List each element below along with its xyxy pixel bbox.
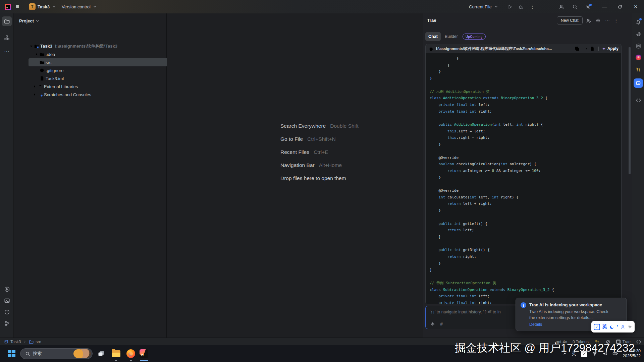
code-line: @Override: [430, 155, 617, 161]
tree-row-scratches-and-consoles[interactable]: Scratches and Consoles: [29, 90, 178, 99]
new-chat-button[interactable]: New Chat: [557, 16, 583, 24]
new-file-icon[interactable]: [590, 46, 595, 52]
terminal-icon: [4, 298, 10, 304]
ime-settings-icon[interactable]: [628, 324, 632, 329]
project-widget[interactable]: T Task3: [29, 0, 56, 13]
community-button[interactable]: [586, 17, 592, 23]
info-icon: i: [521, 302, 526, 308]
ai-assistant-button[interactable]: [635, 31, 641, 37]
plugin-orb-button[interactable]: [635, 54, 641, 60]
run-config-selector[interactable]: Current File: [469, 0, 498, 13]
tree-row-src[interactable]: src: [29, 58, 178, 66]
editor-empty-state: Search EverywhereDouble ShiftGo to FileC…: [167, 13, 423, 338]
context-button[interactable]: #: [438, 321, 444, 327]
ime-account-icon[interactable]: [620, 324, 625, 329]
tab-chat[interactable]: Chat: [425, 32, 441, 41]
code-line: }: [430, 68, 617, 75]
main-menu-button[interactable]: ≡: [16, 0, 19, 13]
insert-diff-icon[interactable]: [582, 46, 588, 52]
chevron-right-icon[interactable]: [32, 84, 37, 89]
file-icon: [39, 76, 45, 81]
scrollbar[interactable]: [629, 47, 631, 174]
maximize-button[interactable]: [612, 0, 628, 13]
copy-icon[interactable]: [574, 46, 580, 52]
tree-row-task3[interactable]: Task3I:\assignments\软件构造\Task3: [29, 42, 178, 50]
ime-toolbar[interactable]: ✓ 英 ’: [591, 321, 635, 333]
shortcut-hint-row: Drop files here to open them: [280, 175, 346, 181]
more-tools-button[interactable]: ···: [2, 46, 12, 56]
breadcrumb[interactable]: Task3 src: [4, 338, 41, 346]
code-icon[interactable]: [636, 339, 641, 345]
trae-settings-button[interactable]: [595, 17, 601, 23]
commands-button[interactable]: [430, 321, 436, 327]
code-block[interactable]: } } }} // 示例 AdditionOperation 类class Ad…: [426, 53, 621, 304]
trae-panel: Trae New Chat ··· ⋮ — Chat Builder UpCom…: [423, 13, 632, 338]
trae-options-button[interactable]: ⋮: [613, 17, 619, 23]
firefox-button[interactable]: [126, 345, 136, 362]
breadcrumb-folder[interactable]: src: [36, 340, 41, 344]
structure-tool-button[interactable]: [2, 33, 12, 43]
close-button[interactable]: ✕: [628, 0, 643, 13]
tree-row--gitignore[interactable]: .gitignore: [29, 66, 178, 74]
details-link[interactable]: Details: [529, 322, 542, 327]
file-path: I:\assignments\软件构造\程序源代码\源程序\Task2\src\…: [436, 46, 552, 51]
project-panel-title: Project: [19, 18, 34, 23]
breadcrumb-project[interactable]: Task3: [10, 340, 21, 344]
moon-icon[interactable]: [609, 324, 614, 329]
settings-button[interactable]: [585, 0, 591, 13]
code-tool-button[interactable]: [635, 97, 641, 103]
vcs-widget[interactable]: Version control: [62, 0, 97, 13]
search-highlight-image[interactable]: [73, 349, 91, 358]
trae-hide-button[interactable]: —: [621, 17, 627, 23]
database-button[interactable]: [635, 43, 641, 49]
trae-more-button[interactable]: ···: [604, 17, 610, 23]
debug-button[interactable]: [518, 0, 524, 13]
ide-window: IJ ≡ T Task3 Version control Current Fil…: [0, 0, 644, 362]
project-panel-header[interactable]: Project: [19, 17, 40, 25]
code-line: public int getLeft() {: [430, 221, 617, 227]
code-icon: [636, 98, 641, 103]
start-button[interactable]: [6, 345, 17, 362]
shortcut-keys: Alt+Home: [319, 162, 342, 168]
code-line: // 示例 AdditionOperation 类: [430, 88, 617, 95]
tree-row-external-libraries[interactable]: External Libraries: [29, 82, 178, 90]
project-avatar: T: [29, 3, 36, 10]
project-panel: Project Task3I:\assignments\软件构造\Task3.i…: [14, 13, 167, 338]
ime-language-toggle[interactable]: 英: [602, 324, 607, 330]
file-explorer-button[interactable]: [111, 345, 121, 362]
code-with-me-button[interactable]: [559, 0, 565, 13]
git-tool-button[interactable]: [2, 318, 12, 328]
task-view-icon: [98, 350, 105, 357]
ime-logo-icon[interactable]: ✓: [594, 324, 600, 330]
run-button[interactable]: [507, 0, 513, 13]
tree-row-task3-iml[interactable]: Task3.iml: [29, 74, 178, 82]
notifications-button[interactable]: [635, 19, 641, 25]
chevron-right-icon[interactable]: [34, 52, 39, 57]
terminal-tool-button[interactable]: [2, 296, 12, 305]
code-line: class SubtractionOperation extends Binar…: [430, 287, 617, 293]
code-line: }: [430, 174, 617, 181]
problems-tool-button[interactable]: [2, 307, 12, 317]
wheat-plugin-button[interactable]: [635, 66, 641, 72]
tree-row--idea[interactable]: .idea: [29, 50, 178, 58]
more-actions-button[interactable]: ⋮: [530, 0, 535, 13]
minimize-button[interactable]: —: [597, 0, 612, 13]
tab-builder[interactable]: Builder: [445, 32, 458, 41]
search-everywhere-button[interactable]: [572, 0, 578, 13]
chevron-down-icon: [52, 4, 56, 9]
intellij-button[interactable]: IJ: [139, 345, 149, 362]
trae-tool-button[interactable]: [634, 78, 643, 88]
chevron-right-icon[interactable]: [32, 92, 37, 97]
code-line: public int getRight() {: [430, 247, 617, 253]
chevron-down-icon[interactable]: [29, 44, 34, 49]
services-tool-button[interactable]: [2, 284, 12, 294]
taskbar-search[interactable]: 搜索: [20, 348, 93, 359]
tree-label: Task3.iml: [46, 76, 64, 81]
task-view-button[interactable]: [97, 345, 106, 362]
explorer-icon: [112, 350, 120, 357]
ime-punctuation-toggle[interactable]: ’: [616, 324, 618, 329]
spiral-icon: [636, 31, 641, 37]
project-tool-button[interactable]: [2, 16, 12, 26]
apply-button[interactable]: Apply: [602, 46, 619, 51]
chevron-down-icon: [494, 4, 498, 9]
